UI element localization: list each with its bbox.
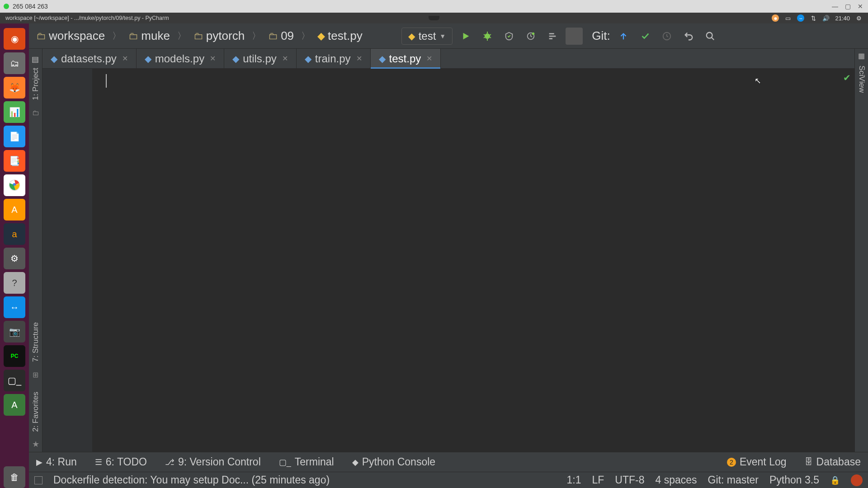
close-tab-icon[interactable]: ✕ [282, 54, 288, 63]
launcher-help-icon[interactable]: ? [4, 272, 25, 294]
python-file-icon: ◆ [317, 30, 325, 42]
terminal-icon: ▢_ [279, 457, 291, 467]
close-tab-icon[interactable]: ✕ [356, 54, 362, 63]
status-python-interpreter[interactable]: Python 3.5 [769, 474, 819, 486]
maximize-button[interactable]: ▢ [844, 2, 852, 10]
launcher-screenshot-icon[interactable]: 📷 [4, 321, 25, 343]
close-tab-icon[interactable]: ✕ [122, 54, 128, 63]
breadcrumb-09[interactable]: 🗀 09 [265, 28, 297, 44]
close-window-button[interactable]: ✕ [856, 2, 864, 10]
launcher-files-icon[interactable]: 🗂 [4, 52, 25, 74]
launcher-chrome-icon[interactable] [4, 174, 25, 196]
launcher-writer-icon[interactable]: 📄 [4, 126, 25, 147]
python-console-tool-tab[interactable]: ◆ Python Console [352, 456, 435, 468]
tool-windows-toggle-icon[interactable] [34, 476, 42, 484]
launcher-teamviewer-icon[interactable]: ↔ [4, 296, 25, 318]
code-editor[interactable]: ✔ ↖ [42, 69, 854, 452]
tool-tab-label: 7: Structure [31, 322, 40, 362]
tray-teamviewer-icon[interactable]: ↔ [797, 14, 804, 22]
git-history-button[interactable] [658, 28, 675, 45]
status-caret-position[interactable]: 1:1 [567, 474, 581, 486]
tray-gear-icon[interactable]: ⚙ [855, 14, 863, 22]
tab-datasets-py[interactable]: ◆ datasets.py ✕ [42, 49, 137, 68]
todo-icon: ☰ [95, 457, 102, 467]
minimize-button[interactable]: — [831, 2, 839, 10]
debug-button[interactable] [479, 28, 496, 45]
inspection-ok-icon[interactable]: ✔ [843, 72, 851, 83]
stop-button[interactable] [566, 28, 583, 45]
tab-train-py[interactable]: ◆ train.py ✕ [297, 49, 371, 68]
breadcrumb-label: 09 [281, 29, 294, 43]
tab-test-py[interactable]: ◆ test.py ✕ [371, 49, 441, 68]
search-everywhere-button[interactable] [702, 28, 719, 45]
tray-volume-icon[interactable]: 🔊 [822, 14, 830, 22]
run-configuration-selector[interactable]: ◆ test ▼ [401, 28, 453, 45]
todo-tool-tab[interactable]: ☰ 6: TODO [95, 456, 147, 468]
launcher-firefox-icon[interactable]: 🦊 [4, 77, 25, 99]
launcher-trash-icon[interactable]: 🗑 [4, 466, 25, 488]
favorites-tool-tab[interactable]: 2: Favorites [30, 387, 41, 436]
favorites-star-icon[interactable]: ★ [32, 439, 39, 449]
right-tool-strip: ▦ SciView [854, 49, 868, 452]
launcher-impress-icon[interactable]: 📑 [4, 150, 25, 172]
database-tool-tab[interactable]: 🗄 Database [805, 456, 861, 468]
tray-clock[interactable]: 21:40 [835, 15, 850, 22]
svg-point-2 [485, 33, 490, 39]
launcher-terminal-icon[interactable]: ▢_ [4, 370, 25, 391]
folder-icon: 🗀 [128, 30, 138, 42]
tray-network-icon[interactable]: ⇅ [810, 14, 817, 22]
recording-indicator-icon [4, 4, 9, 9]
window-titlebar: workspace [~/workspace] - .../muke/pytor… [0, 13, 868, 23]
breadcrumb-pytorch[interactable]: 🗀 pytorch [191, 28, 247, 44]
tab-label: train.py [315, 52, 351, 65]
sciview-tool-tab[interactable]: SciView [856, 63, 867, 95]
tool-label: 6: TODO [106, 456, 147, 468]
run-tool-tab[interactable]: ▶ 4: Run [36, 456, 77, 468]
sciview-grid-icon[interactable]: ▦ [858, 52, 865, 60]
git-commit-button[interactable] [637, 28, 654, 45]
folder-icon: 🗀 [36, 30, 46, 42]
launcher-amazon-icon[interactable]: a [4, 223, 25, 245]
tray-user-icon[interactable]: ☻ [772, 14, 779, 22]
breadcrumb-test-py[interactable]: ◆ test.py [315, 28, 365, 44]
status-indent[interactable]: 4 spaces [656, 474, 697, 486]
structure-icon[interactable]: ⊞ [32, 371, 39, 378]
project-tool-tab[interactable]: 1: Project ▤ [30, 52, 41, 105]
git-update-button[interactable] [615, 28, 632, 45]
status-git-branch[interactable]: Git: master [708, 474, 759, 486]
tab-utils-py[interactable]: ◆ utils.py ✕ [224, 49, 297, 68]
launcher-updater-icon[interactable]: A [4, 394, 25, 416]
event-log-tool-tab[interactable]: 2 Event Log [727, 456, 787, 468]
status-line-separator[interactable]: LF [592, 474, 604, 486]
project-files-icon[interactable]: 🗀 [32, 109, 39, 117]
structure-tool-tab[interactable]: 7: Structure [30, 318, 41, 366]
profile-button[interactable] [522, 28, 539, 45]
close-tab-icon[interactable]: ✕ [426, 54, 432, 63]
breadcrumb-workspace[interactable]: 🗀 workspace [33, 28, 108, 44]
run-with-coverage-button[interactable] [500, 28, 518, 45]
launcher-ubuntu-software-icon[interactable]: A [4, 199, 25, 221]
status-message[interactable]: Dockerfile detection: You may setup Doc.… [53, 474, 330, 486]
launcher-settings-icon[interactable]: ⚙ [4, 248, 25, 269]
close-tab-icon[interactable]: ✕ [210, 54, 216, 63]
launcher-pycharm-icon[interactable]: PC [4, 345, 25, 367]
terminal-tool-tab[interactable]: ▢_ Terminal [279, 456, 334, 468]
tray-monitor-icon[interactable]: ▭ [784, 14, 792, 22]
editor-area: ◆ datasets.py ✕ ◆ models.py ✕ ◆ utils.py… [42, 49, 854, 452]
launcher-calc-icon[interactable]: 📊 [4, 101, 25, 123]
tool-label: Terminal [295, 456, 334, 468]
tab-label: utils.py [243, 52, 277, 65]
window-title-text: workspace [~/workspace] - .../muke/pytor… [5, 15, 169, 21]
concurrency-button[interactable] [544, 28, 561, 45]
version-control-tool-tab[interactable]: ⎇ 9: Version Control [165, 456, 261, 468]
breadcrumb-muke[interactable]: 🗀 muke [126, 28, 173, 44]
database-icon: 🗄 [805, 457, 813, 467]
launcher-ubuntu-icon[interactable]: ◉ [4, 28, 25, 50]
run-button[interactable] [457, 28, 474, 45]
corner-widget-icon[interactable] [851, 474, 863, 486]
ubuntu-launcher: ◉ 🗂 🦊 📊 📄 📑 A a ⚙ ? ↔ 📷 PC ▢_ A 🗑 [0, 23, 29, 488]
git-revert-button[interactable] [680, 28, 697, 45]
readonly-lock-icon[interactable]: 🔒 [830, 475, 840, 485]
status-encoding[interactable]: UTF-8 [615, 474, 644, 486]
tab-models-py[interactable]: ◆ models.py ✕ [137, 49, 224, 68]
